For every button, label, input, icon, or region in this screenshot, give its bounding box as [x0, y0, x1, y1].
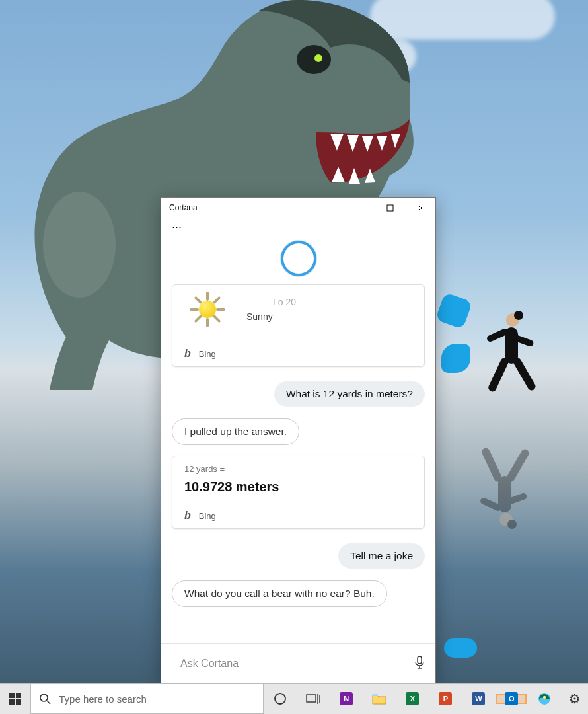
wallpaper-blob: [444, 638, 477, 658]
taskbar-taskview-icon[interactable]: [297, 693, 330, 705]
window-title: Cortana: [169, 203, 198, 212]
weather-low-temp: Lo 20: [273, 297, 296, 307]
taskbar-onenote-icon[interactable]: N: [330, 692, 363, 705]
sunny-icon: [184, 286, 231, 333]
taskbar-search[interactable]: Type here to search: [30, 684, 264, 714]
svg-rect-18: [9, 693, 15, 698]
titlebar[interactable]: Cortana: [161, 198, 435, 218]
taskbar-file-explorer-icon[interactable]: [363, 693, 396, 705]
svg-rect-20: [9, 699, 15, 705]
svg-rect-12: [387, 205, 393, 211]
bing-icon: b: [184, 348, 191, 360]
weather-condition: Sunny: [246, 311, 296, 322]
microphone-icon[interactable]: [414, 656, 425, 672]
svg-rect-21: [16, 699, 21, 705]
bing-icon: b: [184, 510, 191, 522]
weather-card[interactable]: Lo 20 Sunny b Bing: [172, 284, 425, 367]
svg-point-9: [314, 54, 322, 62]
minimize-button[interactable]: [344, 198, 375, 218]
svg-line-23: [47, 701, 50, 704]
wallpaper-blob: [441, 344, 470, 373]
cortana-window: Cortana ···: [161, 197, 436, 684]
ask-cortana-input[interactable]: [179, 657, 408, 670]
wallpaper-runner: [482, 304, 535, 410]
taskbar-search-placeholder: Type here to search: [59, 694, 147, 705]
svg-rect-19: [16, 693, 21, 698]
assistant-message: I pulled up the answer.: [172, 418, 299, 445]
weather-source: Bing: [199, 349, 216, 359]
taskbar-edge-icon[interactable]: [528, 692, 561, 706]
taskbar-cortana-icon[interactable]: [264, 692, 297, 705]
assistant-message: What do you call a bear with no ear? Buh…: [172, 580, 387, 607]
svg-point-30: [543, 696, 546, 699]
conversion-answer: 10.9728 meters: [184, 479, 412, 495]
taskbar-excel-icon[interactable]: X: [396, 692, 429, 705]
app-menu-button[interactable]: ···: [161, 218, 435, 237]
svg-rect-28: [373, 694, 378, 696]
svg-point-22: [40, 694, 48, 701]
taskbar-powerpoint-icon[interactable]: P: [429, 692, 462, 705]
svg-point-8: [297, 45, 331, 74]
wallpaper-runner-reflection: [476, 443, 529, 536]
taskbar-word-icon[interactable]: W: [462, 692, 495, 705]
chat-area: Lo 20 Sunny b Bing What is 12 yards in m…: [161, 280, 435, 643]
taskbar-outlook-icon[interactable]: O: [495, 692, 528, 705]
taskbar: Type here to search N X P: [0, 683, 588, 714]
user-message: Tell me a joke: [338, 543, 425, 569]
conversion-question: 12 yards =: [184, 464, 412, 474]
text-cursor: [172, 656, 172, 671]
svg-point-24: [275, 694, 285, 704]
input-row: [161, 643, 435, 684]
maximize-button[interactable]: [375, 198, 405, 218]
conversion-source: Bing: [199, 511, 216, 521]
cortana-logo-icon: [281, 241, 316, 276]
svg-point-10: [43, 192, 116, 298]
user-message: What is 12 yards in meters?: [274, 381, 425, 407]
conversion-card[interactable]: 12 yards = 10.9728 meters b Bing: [172, 456, 425, 529]
start-button[interactable]: [0, 684, 30, 714]
close-button[interactable]: [405, 198, 435, 218]
svg-rect-15: [418, 656, 422, 664]
svg-rect-25: [307, 695, 316, 702]
taskbar-settings-icon[interactable]: ⚙: [561, 684, 588, 714]
wallpaper-blob: [435, 292, 472, 329]
search-icon: [39, 693, 51, 705]
